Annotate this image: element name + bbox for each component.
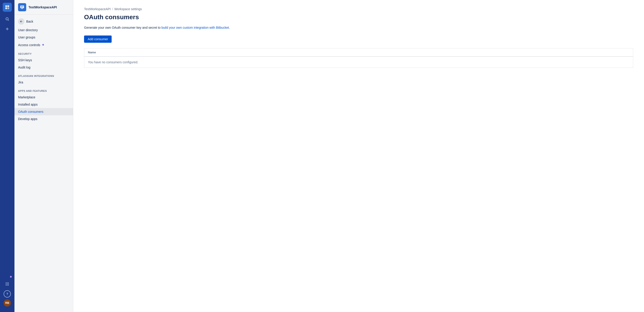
svg-rect-2 [6, 8, 7, 9]
svg-rect-17 [20, 6, 24, 8]
svg-rect-13 [8, 284, 9, 284]
search-icon[interactable] [3, 15, 12, 24]
section-label-integrations: ATLASSIAN INTEGRATIONS [14, 71, 73, 79]
back-button[interactable]: Back [14, 17, 73, 27]
section-label-apps: APPS AND FEATURES [14, 86, 73, 94]
svg-rect-3 [8, 8, 9, 9]
sidebar-nav: Back User directory User groups Access c… [14, 15, 73, 124]
apps-grid-icon[interactable] [3, 279, 12, 288]
sidebar-item-jira[interactable]: Jira [14, 79, 73, 86]
workspace-nav-icon[interactable] [3, 3, 12, 12]
consumers-table: Name You have no consumers configured. [84, 48, 633, 68]
help-icon[interactable]: ? [4, 290, 11, 297]
notification-dot [10, 276, 12, 278]
svg-rect-19 [21, 7, 22, 8]
back-arrow-icon [18, 18, 24, 25]
svg-rect-11 [6, 284, 6, 284]
svg-rect-20 [22, 8, 23, 9]
ai-spark-icon: ✦ [42, 43, 44, 47]
description: Generate your own OAuth consumer key and… [84, 25, 633, 30]
breadcrumb-separator: / [112, 7, 113, 11]
table-row-empty: You have no consumers configured. [84, 57, 633, 68]
svg-line-5 [8, 20, 8, 20]
svg-rect-9 [7, 282, 8, 283]
workspace-icon [18, 3, 26, 11]
page-title: OAuth consumers [84, 14, 633, 21]
integration-link[interactable]: build your own custom integration with B… [161, 26, 229, 29]
sidebar-item-oauth-consumers[interactable]: OAuth consumers [14, 108, 73, 115]
section-label-security: SECURITY [14, 49, 73, 57]
svg-rect-0 [6, 6, 7, 7]
workspace-header: TestWorkspaceAPI [14, 0, 73, 15]
svg-rect-12 [7, 284, 8, 284]
sidebar-item-marketplace[interactable]: Marketplace [14, 94, 73, 101]
sidebar-item-installed-apps[interactable]: Installed apps [14, 101, 73, 108]
breadcrumb-workspace-link[interactable]: TestWorkspaceAPI [84, 7, 111, 11]
icon-rail: ? RB [0, 0, 14, 312]
breadcrumb: TestWorkspaceAPI / Workspace settings [84, 7, 633, 11]
workspace-name: TestWorkspaceAPI [28, 6, 57, 9]
svg-rect-10 [8, 282, 9, 283]
svg-rect-15 [7, 285, 8, 285]
main-content: TestWorkspaceAPI / Workspace settings OA… [73, 0, 644, 312]
svg-rect-14 [6, 285, 6, 285]
svg-rect-18 [21, 6, 23, 7]
sidebar-item-access-controls[interactable]: Access controls ✦ [14, 41, 73, 49]
sidebar-item-ssh-keys[interactable]: SSH keys [14, 57, 73, 64]
sidebar-item-user-directory[interactable]: User directory [14, 27, 73, 34]
sidebar-item-user-groups[interactable]: User groups [14, 34, 73, 41]
svg-rect-1 [8, 6, 9, 7]
svg-rect-8 [6, 282, 6, 283]
sidebar: TestWorkspaceAPI Back User directory Use… [14, 0, 73, 312]
svg-rect-16 [8, 285, 9, 285]
table-header-name: Name [84, 48, 633, 57]
create-icon[interactable] [3, 25, 12, 34]
breadcrumb-current: Workspace settings [114, 7, 142, 11]
sidebar-item-audit-log[interactable]: Audit log [14, 64, 73, 71]
avatar[interactable]: RB [4, 299, 11, 306]
empty-message: You have no consumers configured. [84, 57, 633, 68]
sidebar-item-develop-apps[interactable]: Develop apps [14, 115, 73, 123]
add-consumer-button[interactable]: Add consumer [84, 36, 112, 43]
